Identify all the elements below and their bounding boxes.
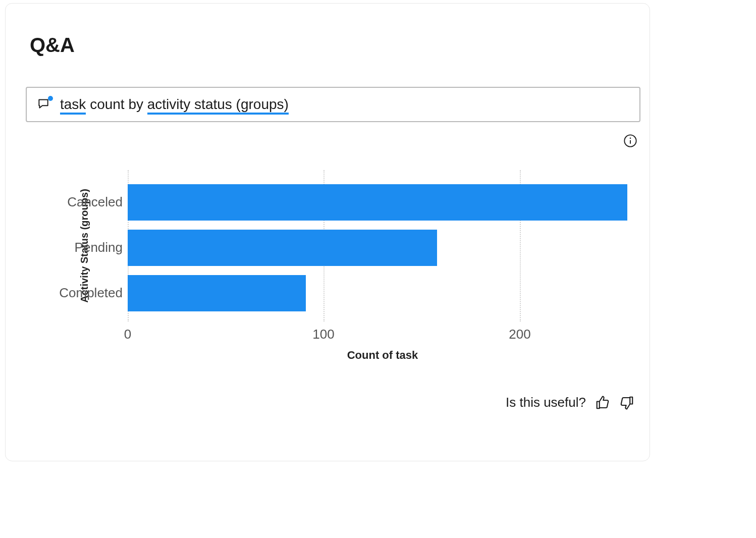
query-seg-1: task: [60, 96, 86, 115]
thumbs-down-icon[interactable]: [619, 395, 634, 410]
plot-area: [128, 170, 637, 321]
y-category-0: Canceled: [37, 194, 123, 210]
feedback-bar: Is this useful?: [506, 395, 634, 410]
feedback-prompt: Is this useful?: [506, 395, 586, 410]
page-title: Q&A: [30, 34, 75, 57]
query-seg-2: count by: [86, 96, 147, 112]
chat-bubble-icon: [37, 97, 52, 112]
query-seg-3: activity status (groups): [147, 96, 289, 115]
x-axis-title: Count of task: [347, 349, 418, 362]
bar-completed[interactable]: [128, 275, 306, 311]
bar-canceled[interactable]: [128, 184, 627, 221]
x-tick-1: 100: [312, 327, 334, 342]
y-category-2: Completed: [37, 285, 123, 301]
svg-point-2: [630, 137, 631, 139]
notification-dot-icon: [48, 96, 53, 101]
bar-pending[interactable]: [128, 230, 437, 266]
query-text: task count by activity status (groups): [60, 96, 289, 113]
thumbs-up-icon[interactable]: [595, 395, 610, 410]
x-tick-0: 0: [124, 327, 131, 342]
query-input[interactable]: task count by activity status (groups): [26, 87, 640, 122]
qa-card: Q&A task count by activity status (group…: [5, 3, 650, 461]
info-icon[interactable]: [623, 134, 637, 148]
chart: Activity Status (groups) Canceled Pendin…: [32, 170, 637, 352]
x-tick-2: 200: [509, 327, 530, 342]
y-category-1: Pending: [37, 240, 123, 255]
